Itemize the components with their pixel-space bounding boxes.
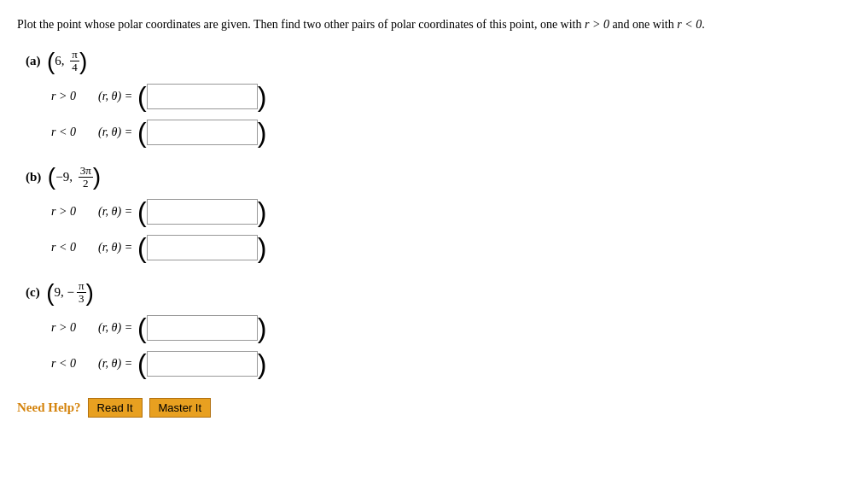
part-a-label-negative: (r, θ) = — [98, 126, 132, 139]
part-c-condition-positive: r > 0 — [51, 321, 98, 335]
part-c-input-negative[interactable] — [147, 351, 258, 377]
part-b-label-negative: (r, θ) = — [98, 241, 132, 254]
part-c-condition-negative: r < 0 — [51, 357, 98, 371]
part-c-input-positive[interactable] — [147, 315, 258, 341]
master-it-button[interactable]: Master It — [149, 398, 212, 418]
part-b-point: ( −9, 3π 2 ) — [44, 165, 101, 190]
part-b-input-negative[interactable] — [147, 235, 258, 260]
part-c-section: (c) ( 9, − π 3 ) r > 0 (r, θ) = ( ) r < … — [17, 280, 851, 377]
part-b-row-negative: r < 0 (r, θ) = ( ) — [26, 234, 851, 261]
part-b-input-positive[interactable] — [147, 199, 258, 225]
part-a-row-negative: r < 0 (r, θ) = ( ) — [26, 119, 851, 146]
need-help-section: Need Help? Read It Master It — [17, 398, 851, 418]
part-c-label-positive: (r, θ) = — [98, 321, 132, 335]
part-c-label: (c) ( 9, − π 3 ) — [26, 280, 851, 306]
part-a-row-positive: r > 0 (r, θ) = ( ) — [26, 83, 851, 110]
condition1-text: r > 0 — [585, 18, 609, 31]
instructions: Plot the point whose polar coordinates a… — [17, 15, 851, 33]
part-a-input-negative[interactable] — [147, 120, 258, 145]
need-help-label: Need Help? — [17, 401, 81, 415]
part-a-label-positive: (r, θ) = — [98, 90, 132, 103]
part-b-label: (b) ( −9, 3π 2 ) — [26, 165, 851, 190]
instructions-text: Plot the point whose polar coordinates a… — [17, 18, 585, 31]
part-b-condition-positive: r > 0 — [51, 205, 98, 219]
part-c-label-negative: (r, θ) = — [98, 357, 132, 371]
part-c-point: ( 9, − π 3 ) — [43, 280, 93, 306]
part-b-label-positive: (r, θ) = — [98, 205, 132, 219]
instructions-middle: and one with — [609, 18, 677, 31]
part-b-section: (b) ( −9, 3π 2 ) r > 0 (r, θ) = ( ) r < … — [17, 165, 851, 262]
part-a-label: (a) ( 6, π 4 ) — [26, 49, 851, 74]
part-c-row-positive: r > 0 (r, θ) = ( ) — [26, 314, 851, 342]
part-a-condition-negative: r < 0 — [51, 126, 98, 139]
part-a-section: (a) ( 6, π 4 ) r > 0 (r, θ) = ( ) r < 0 … — [17, 49, 851, 146]
instructions-end: . — [702, 18, 705, 31]
part-a-input-positive[interactable] — [147, 84, 258, 109]
part-a-condition-positive: r > 0 — [51, 90, 98, 103]
part-b-condition-negative: r < 0 — [51, 241, 98, 254]
read-it-button[interactable]: Read It — [88, 398, 143, 418]
part-c-row-negative: r < 0 (r, θ) = ( ) — [26, 350, 851, 377]
part-a-point: ( 6, π 4 ) — [44, 49, 87, 74]
part-b-row-positive: r > 0 (r, θ) = ( ) — [26, 198, 851, 225]
condition2-text: r < 0 — [677, 18, 702, 31]
